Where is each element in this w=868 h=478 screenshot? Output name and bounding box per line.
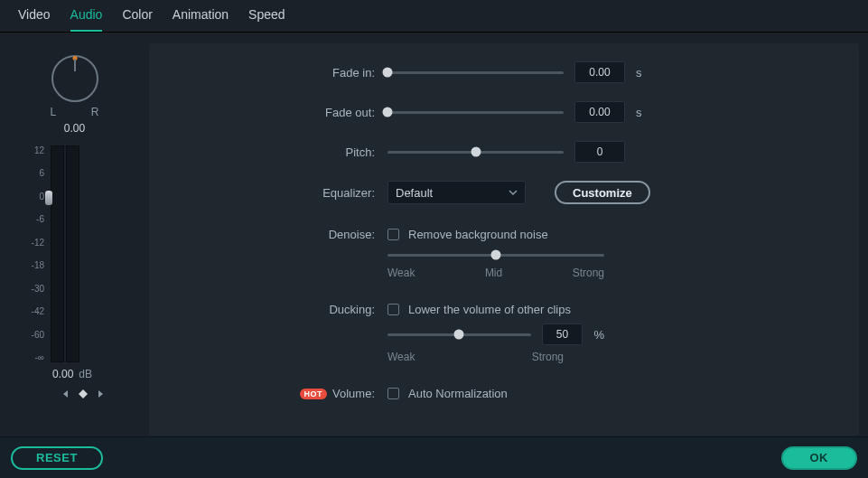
db-value: 0.00 [52, 368, 73, 380]
db-scale: 12 6 0 -6 -12 -18 -30 -42 -60 -∞ [20, 145, 47, 362]
auto-normalization-label: Auto Normalization [408, 387, 508, 400]
balance-left-label: L [51, 106, 57, 118]
db-slider-handle[interactable] [45, 191, 52, 205]
ducking-strong-label: Strong [532, 351, 564, 363]
ducking-slider[interactable] [387, 328, 531, 341]
tab-speed[interactable]: Speed [248, 7, 285, 32]
left-panel: L R 0.00 12 6 0 -6 -12 -18 -30 -42 -60 -… [0, 33, 149, 436]
db-meter: 12 6 0 -6 -12 -18 -30 -42 -60 -∞ [20, 145, 140, 362]
denoise-strong-label: Strong [573, 267, 604, 279]
keyframe-add-icon[interactable] [79, 389, 88, 398]
denoise-label: Denoise: [149, 228, 387, 241]
auto-normalization-checkbox[interactable] [387, 388, 399, 399]
keyframe-next-icon[interactable] [97, 389, 106, 398]
tab-audio[interactable]: Audio [70, 7, 103, 32]
fade-in-label: Fade in: [149, 66, 387, 80]
chevron-down-icon [509, 190, 518, 195]
fade-in-slider[interactable] [387, 66, 564, 79]
ducking-weak-label: Weak [387, 351, 415, 363]
denoise-mid-label: Mid [485, 267, 502, 279]
volume-label: HOT Volume: [149, 387, 387, 400]
knob-indicator-icon [72, 56, 77, 61]
fade-out-label: Fade out: [149, 106, 387, 119]
ducking-label: Ducking: [149, 303, 387, 316]
balance-right-label: R [91, 106, 99, 118]
tab-bar: Video Audio Color Animation Speed [0, 0, 868, 33]
hot-badge: HOT [300, 389, 328, 399]
denoise-checkbox-label: Remove background noise [408, 228, 548, 241]
keyframe-controls [25, 389, 140, 398]
pitch-value[interactable]: 0 [574, 141, 625, 163]
audio-settings-panel: Fade in: 0.00 s Fade out: 0.00 s Pitch: … [149, 43, 859, 436]
equalizer-select[interactable]: Default [387, 181, 526, 204]
customize-button[interactable]: Customize [555, 181, 650, 204]
balance-control: L R 0.00 [9, 55, 140, 135]
denoise-checkbox[interactable] [387, 229, 399, 240]
fade-out-slider[interactable] [387, 106, 564, 118]
denoise-weak-label: Weak [387, 267, 415, 279]
balance-value: 0.00 [9, 122, 140, 135]
fade-in-value[interactable]: 0.00 [574, 61, 625, 83]
denoise-slider[interactable] [387, 248, 604, 261]
fade-in-unit: s [636, 66, 642, 80]
content-area: L R 0.00 12 6 0 -6 -12 -18 -30 -42 -60 -… [0, 33, 868, 436]
ok-button[interactable]: OK [781, 446, 858, 470]
fade-out-value[interactable]: 0.00 [574, 101, 625, 123]
pitch-label: Pitch: [149, 145, 387, 159]
footer: RESET OK [0, 436, 868, 478]
db-bar-left [51, 145, 64, 362]
tab-animation[interactable]: Animation [173, 7, 229, 32]
ducking-value[interactable]: 50 [542, 323, 583, 345]
equalizer-selected: Default [396, 186, 433, 200]
db-unit: dB [79, 368, 92, 380]
tab-color[interactable]: Color [122, 7, 152, 32]
balance-knob[interactable] [51, 55, 98, 102]
ducking-checkbox-label: Lower the volume of other clips [408, 303, 571, 316]
ducking-checkbox[interactable] [387, 304, 399, 315]
reset-button[interactable]: RESET [11, 446, 103, 470]
keyframe-prev-icon[interactable] [61, 389, 70, 398]
tab-video[interactable]: Video [18, 7, 51, 32]
equalizer-label: Equalizer: [149, 186, 387, 200]
ducking-unit: % [593, 328, 604, 342]
db-bar-right [66, 145, 79, 362]
fade-out-unit: s [636, 106, 642, 119]
pitch-slider[interactable] [387, 145, 564, 158]
